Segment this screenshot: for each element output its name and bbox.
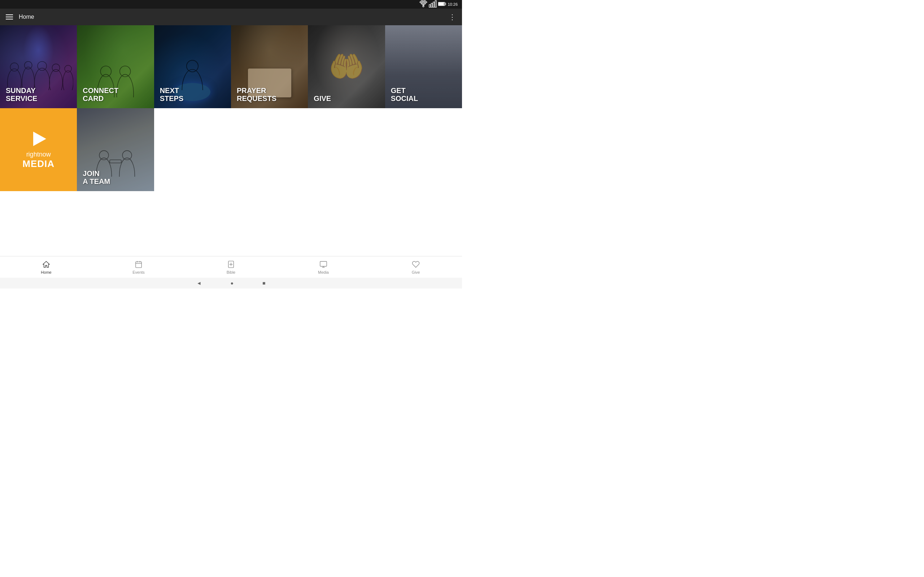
give-tile[interactable]: 🤲 GIVE [308, 25, 385, 108]
bottom-nav: Home Events Bible [0, 256, 462, 278]
rightnow-brand-top: rightnow [23, 151, 55, 158]
android-nav: ◄ ● ■ [0, 278, 462, 288]
nav-bible[interactable]: Bible [216, 260, 246, 274]
svg-point-18 [65, 65, 71, 72]
bible-icon [227, 260, 235, 269]
rightnow-media-tile[interactable]: rightnow MEDIA [0, 108, 77, 191]
nav-bible-label: Bible [227, 270, 235, 274]
status-time: 10:26 [447, 2, 458, 6]
grid-container: SUNDAYSERVICE CONNECTCARD NEXTSTEPS [0, 25, 462, 191]
hamburger-line-3 [6, 19, 13, 19]
hamburger-line-1 [6, 15, 13, 15]
nextsteps-person-svg [169, 40, 215, 90]
sunday-service-label: SUNDAYSERVICE [6, 87, 37, 102]
svg-point-23 [182, 69, 203, 90]
get-social-label: GETSOCIAL [391, 87, 418, 102]
sunday-crowd-svg [4, 40, 73, 90]
get-social-tile[interactable]: GETSOCIAL [385, 25, 462, 108]
nav-give-label: Give [412, 270, 420, 274]
svg-point-28 [122, 150, 132, 160]
rightnow-play-icon [30, 130, 48, 148]
connect-card-label: CONNECTCARD [82, 87, 118, 102]
next-steps-label: NEXTSTEPS [160, 87, 184, 102]
page-title: Home [19, 14, 34, 20]
nav-home[interactable]: Home [32, 260, 61, 274]
svg-point-17 [52, 64, 60, 71]
status-icons: 10:26 [419, 0, 458, 9]
nav-give[interactable]: Give [401, 260, 430, 274]
top-bar: Home ⋮ [0, 9, 462, 25]
prayer-requests-tile[interactable]: PRAYERREQUESTS [231, 25, 308, 108]
nav-media-label: Media [318, 270, 329, 274]
svg-rect-8 [445, 3, 446, 5]
more-options-button[interactable]: ⋮ [449, 13, 456, 21]
svg-point-13 [63, 70, 73, 90]
events-icon [134, 260, 143, 269]
svg-rect-3 [433, 2, 435, 8]
join-team-tile[interactable]: JOINA TEAM [77, 108, 154, 191]
battery-icon [438, 0, 446, 9]
give-label: GIVE [313, 95, 331, 102]
home-icon [42, 260, 50, 269]
svg-point-21 [116, 74, 134, 97]
svg-point-26 [99, 150, 109, 160]
svg-point-12 [49, 69, 62, 90]
svg-rect-29 [110, 160, 121, 163]
prayer-requests-label: PRAYERREQUESTS [237, 87, 276, 102]
svg-marker-30 [43, 261, 50, 267]
status-bar: 10:26 [0, 0, 462, 9]
svg-point-15 [24, 61, 32, 69]
svg-rect-2 [431, 3, 433, 7]
svg-point-14 [10, 63, 18, 71]
android-home-button[interactable]: ● [230, 280, 233, 286]
rightnow-brand-sub: MEDIA [23, 158, 55, 169]
nav-media[interactable]: Media [309, 260, 338, 274]
sunday-service-tile[interactable]: SUNDAYSERVICE [0, 25, 77, 108]
svg-point-16 [37, 61, 47, 70]
empty-tile-3 [154, 108, 462, 191]
connect-card-tile[interactable]: CONNECTCARD [77, 25, 154, 108]
nav-events-label: Events [132, 270, 145, 274]
top-bar-left: Home [6, 14, 34, 20]
svg-rect-4 [435, 1, 437, 7]
hamburger-menu[interactable] [6, 15, 13, 19]
nav-home-label: Home [41, 270, 51, 274]
signal-icon [429, 0, 437, 9]
svg-rect-7 [439, 3, 444, 5]
nav-events[interactable]: Events [124, 260, 153, 274]
give-nav-icon [412, 260, 420, 269]
next-steps-tile[interactable]: NEXTSTEPS [154, 25, 231, 108]
svg-point-24 [187, 60, 198, 72]
svg-rect-38 [320, 261, 327, 266]
svg-rect-31 [136, 261, 142, 268]
hands-heart: 🤲 [328, 50, 365, 84]
svg-point-22 [120, 66, 131, 76]
svg-point-27 [120, 158, 135, 177]
android-back-button[interactable]: ◄ [197, 280, 202, 286]
media-icon [319, 260, 328, 269]
android-recent-button[interactable]: ■ [262, 280, 265, 286]
rightnow-text: rightnow MEDIA [23, 151, 55, 169]
svg-point-0 [423, 6, 425, 7]
join-team-label: JOINA TEAM [82, 169, 110, 185]
svg-point-20 [100, 66, 111, 76]
svg-rect-1 [429, 5, 431, 7]
wifi-icon [419, 0, 427, 9]
hamburger-line-2 [6, 16, 13, 17]
